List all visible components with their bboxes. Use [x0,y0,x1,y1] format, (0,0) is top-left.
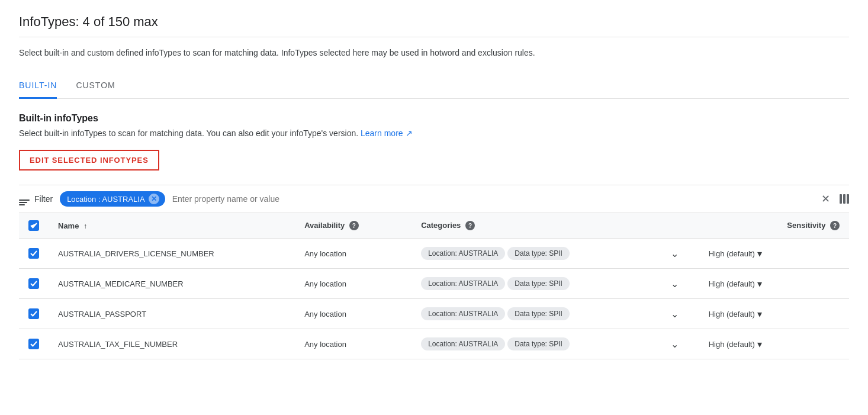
filter-clear-button[interactable]: ✕ [821,192,830,205]
row-expand-cell: ⌄ [661,299,699,329]
th-categories: Categories ? [412,213,661,239]
th-sensitivity: Sensitivity ? [699,213,849,239]
filter-icon [19,193,31,205]
row-sensitivity: High (default)▾ [699,299,849,329]
category-tag: Location: AUSTRALIA [421,337,505,350]
edit-selected-infotypes-button[interactable]: EDIT SELECTED INFOTYPES [19,150,159,170]
columns-icon [840,194,849,204]
expand-icon[interactable]: ⌄ [671,339,679,349]
row-availability: Any location [295,299,412,329]
th-checkbox [19,213,49,239]
row-availability: Any location [295,269,412,299]
table-row: AUSTRALIA_DRIVERS_LICENSE_NUMBERAny loca… [19,239,849,269]
page-title: InfoTypes: 4 of 150 max [19,14,849,30]
filter-label: Filter [34,194,53,204]
table-row: AUSTRALIA_MEDICARE_NUMBERAny locationLoc… [19,269,849,299]
filter-actions: ✕ [821,192,849,205]
category-tag: Data type: SPII [507,307,570,320]
expand-icon[interactable]: ⌄ [671,249,679,259]
header-checkbox[interactable] [28,220,39,231]
row-name: AUSTRALIA_DRIVERS_LICENSE_NUMBER [49,239,295,269]
categories-help-icon[interactable]: ? [465,221,475,230]
row-categories: Location: AUSTRALIAData type: SPII [412,299,661,329]
th-availability: Availability ? [295,213,412,239]
category-tag: Data type: SPII [507,277,570,290]
section-header: Built-in infoTypes Select built-in infoT… [19,113,849,138]
category-tag: Location: AUSTRALIA [421,307,505,320]
row-expand-cell: ⌄ [661,329,699,359]
sensitivity-help-icon[interactable]: ? [830,221,840,230]
category-tag: Location: AUSTRALIA [421,277,505,290]
row-sensitivity: High (default)▾ [699,269,849,299]
row-availability: Any location [295,329,412,359]
th-name[interactable]: Name ↑ [49,213,295,239]
row-checkbox-cell [19,239,49,269]
table-row: AUSTRALIA_PASSPORTAny locationLocation: … [19,299,849,329]
row-checkbox-cell [19,269,49,299]
category-tag: Location: AUSTRALIA [421,247,505,260]
sensitivity-value: High (default) [709,249,755,258]
row-checkbox[interactable] [28,248,39,259]
row-availability: Any location [295,239,412,269]
row-checkbox[interactable] [28,278,39,289]
sensitivity-value: High (default) [709,310,755,319]
row-checkbox[interactable] [28,339,39,349]
table-header-row: Name ↑ Availability ? Categories ? Sensi… [19,213,849,239]
row-checkbox-cell [19,299,49,329]
row-checkbox[interactable] [28,308,39,319]
availability-help-icon[interactable]: ? [349,221,359,230]
filter-chip[interactable]: Location : AUSTRALIA ✕ [60,191,165,207]
page-description: Select built-in and custom defined infoT… [19,47,849,59]
sensitivity-dropdown-icon[interactable]: ▾ [757,248,762,259]
sort-arrow-icon: ↑ [83,222,87,230]
filter-icon-wrap: Filter [19,193,53,205]
section-title: Built-in infoTypes [19,113,849,124]
expand-icon[interactable]: ⌄ [671,309,679,319]
category-tag: Data type: SPII [507,247,570,260]
row-categories: Location: AUSTRALIAData type: SPII [412,269,661,299]
row-sensitivity: High (default)▾ [699,329,849,359]
filter-chip-close[interactable]: ✕ [149,194,159,204]
th-expand [661,213,699,239]
table-row: AUSTRALIA_TAX_FILE_NUMBERAny locationLoc… [19,329,849,359]
table-body: AUSTRALIA_DRIVERS_LICENSE_NUMBERAny loca… [19,239,849,359]
expand-icon[interactable]: ⌄ [671,279,679,289]
filter-input[interactable] [172,194,814,204]
row-sensitivity: High (default)▾ [699,239,849,269]
row-categories: Location: AUSTRALIAData type: SPII [412,239,661,269]
tab-custom[interactable]: CUSTOM [76,73,115,99]
filter-bar: Filter Location : AUSTRALIA ✕ ✕ [19,185,849,213]
row-checkbox-cell [19,329,49,359]
row-categories: Location: AUSTRALIAData type: SPII [412,329,661,359]
sensitivity-dropdown-icon[interactable]: ▾ [757,278,762,289]
sensitivity-value: High (default) [709,340,755,349]
row-expand-cell: ⌄ [661,239,699,269]
filter-chip-text: Location : AUSTRALIA [67,195,145,204]
infotypes-table: Name ↑ Availability ? Categories ? Sensi… [19,213,849,359]
row-expand-cell: ⌄ [661,269,699,299]
category-tag: Data type: SPII [507,337,570,350]
sensitivity-dropdown-icon[interactable]: ▾ [757,339,762,350]
x-icon: ✕ [821,192,830,205]
row-name: AUSTRALIA_MEDICARE_NUMBER [49,269,295,299]
row-name: AUSTRALIA_PASSPORT [49,299,295,329]
header-divider [19,37,849,37]
tabs-container: BUILT-IN CUSTOM [19,73,849,99]
columns-button[interactable] [840,194,849,204]
sensitivity-dropdown-icon[interactable]: ▾ [757,308,762,320]
tab-built-in[interactable]: BUILT-IN [19,73,57,99]
sensitivity-value: High (default) [709,279,755,288]
section-description: Select built-in infoTypes to scan for ma… [19,128,849,138]
row-name: AUSTRALIA_TAX_FILE_NUMBER [49,329,295,359]
learn-more-link[interactable]: Learn more ↗ [361,128,412,138]
